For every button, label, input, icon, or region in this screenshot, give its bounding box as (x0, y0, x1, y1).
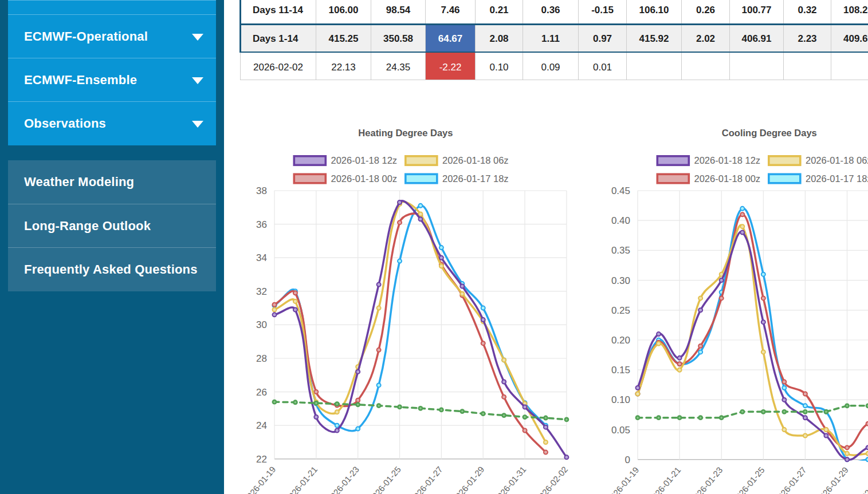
svg-text:0.45: 0.45 (611, 185, 630, 196)
svg-text:2026-01-18 00z: 2026-01-18 00z (694, 173, 761, 184)
svg-text:22: 22 (256, 454, 267, 465)
svg-text:2026-01-19: 2026-01-19 (242, 464, 277, 494)
svg-text:2026-01-23: 2026-01-23 (689, 465, 724, 494)
svg-text:Cooling Degree Days: Cooling Degree Days (722, 128, 817, 138)
svg-text:2026-01-27: 2026-01-27 (409, 464, 444, 494)
svg-text:2026-01-29: 2026-01-29 (814, 465, 850, 494)
svg-text:2026-02-02: 2026-02-02 (534, 464, 569, 494)
svg-text:2026-01-27: 2026-01-27 (772, 465, 808, 494)
svg-text:2026-01-23: 2026-01-23 (325, 464, 361, 494)
svg-text:2026-01-18 12z: 2026-01-18 12z (694, 155, 761, 165)
svg-text:0.05: 0.05 (611, 425, 630, 436)
svg-text:0: 0 (625, 455, 630, 465)
svg-text:2026-01-31: 2026-01-31 (857, 465, 868, 494)
svg-text:2026-01-17 18z: 2026-01-17 18z (442, 173, 509, 184)
svg-text:0.15: 0.15 (611, 365, 630, 376)
svg-text:2026-01-21: 2026-01-21 (647, 465, 682, 494)
svg-text:38: 38 (256, 185, 267, 196)
svg-text:0.25: 0.25 (611, 305, 630, 316)
svg-text:2026-01-25: 2026-01-25 (730, 465, 766, 494)
svg-text:0.20: 0.20 (611, 335, 630, 346)
svg-text:2026-01-21: 2026-01-21 (284, 464, 319, 494)
svg-text:28: 28 (256, 353, 267, 364)
svg-text:Heating Degree Days: Heating Degree Days (358, 128, 453, 138)
svg-text:0.10: 0.10 (611, 394, 630, 405)
svg-text:34: 34 (256, 252, 267, 263)
svg-text:2026-01-31: 2026-01-31 (492, 464, 528, 494)
svg-text:2026-01-18 06z: 2026-01-18 06z (806, 155, 868, 165)
svg-text:2026-01-25: 2026-01-25 (367, 464, 402, 494)
svg-text:26: 26 (256, 387, 267, 398)
svg-text:2026-01-18 06z: 2026-01-18 06z (442, 155, 509, 165)
svg-text:0.40: 0.40 (611, 215, 630, 226)
svg-text:2026-01-19: 2026-01-19 (605, 465, 641, 494)
svg-text:2026-01-17 18z: 2026-01-17 18z (806, 173, 868, 184)
svg-text:30: 30 (256, 319, 267, 330)
svg-text:36: 36 (256, 219, 267, 230)
svg-text:0.35: 0.35 (611, 245, 630, 256)
svg-text:24: 24 (256, 420, 267, 431)
svg-text:2026-01-18 00z: 2026-01-18 00z (331, 173, 398, 184)
svg-text:2026-01-18 12z: 2026-01-18 12z (331, 155, 398, 165)
svg-text:0.30: 0.30 (611, 275, 630, 286)
svg-text:32: 32 (256, 286, 267, 297)
svg-text:2026-01-29: 2026-01-29 (450, 464, 486, 494)
